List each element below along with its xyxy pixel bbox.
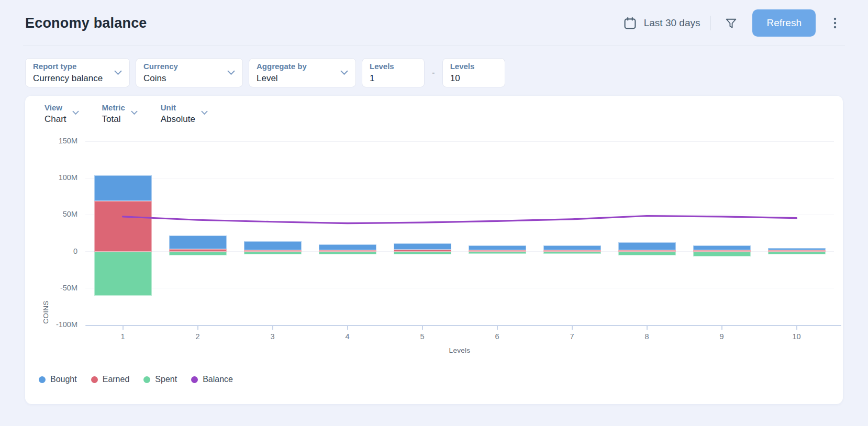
bar-segment-earned-level-2[interactable] bbox=[169, 249, 227, 251]
header-divider bbox=[710, 16, 711, 30]
bar-segment-earned-level-8[interactable] bbox=[618, 250, 676, 252]
legend-dot-spent bbox=[143, 376, 150, 383]
y-axis-tick-label: -100M bbox=[25, 320, 77, 329]
gridline bbox=[85, 288, 834, 288]
chart-legend: BoughtEarnedSpentBalance bbox=[39, 375, 233, 384]
more-menu-button[interactable] bbox=[826, 13, 844, 33]
x-axis-tick bbox=[497, 326, 498, 330]
bar-segment-bought-level-4[interactable] bbox=[319, 244, 376, 250]
levels-from-label: Levels bbox=[370, 62, 394, 72]
refresh-button[interactable]: Refresh bbox=[752, 9, 816, 37]
currency-label: Currency bbox=[143, 62, 178, 72]
bar-segment-bought-level-1[interactable] bbox=[94, 175, 152, 201]
x-axis-tick-label: 8 bbox=[631, 332, 663, 341]
page-title: Economy balance bbox=[25, 15, 147, 31]
bar-segment-earned-level-10[interactable] bbox=[768, 250, 826, 251]
bar-segment-earned-level-7[interactable] bbox=[543, 250, 601, 252]
y-axis-tick-label: 50M bbox=[25, 210, 77, 218]
bar-segment-spent-level-6[interactable] bbox=[469, 252, 526, 254]
bar-segment-spent-level-1[interactable] bbox=[94, 252, 152, 296]
levels-from-value: 1 bbox=[370, 73, 394, 84]
date-range-picker[interactable]: Last 30 days bbox=[623, 16, 700, 30]
bar-segment-spent-level-2[interactable] bbox=[169, 252, 227, 255]
bar-segment-bought-level-2[interactable] bbox=[169, 236, 227, 250]
x-axis-tick-label: 3 bbox=[257, 332, 288, 341]
legend-label: Bought bbox=[50, 375, 77, 384]
bar-segment-bought-level-9[interactable] bbox=[693, 245, 751, 250]
gridline bbox=[85, 141, 834, 142]
bar-segment-spent-level-10[interactable] bbox=[768, 252, 826, 254]
legend-dot-earned bbox=[91, 376, 98, 383]
legend-label: Earned bbox=[103, 375, 130, 384]
bar-segment-bought-level-6[interactable] bbox=[469, 245, 526, 250]
legend-item-earned[interactable]: Earned bbox=[91, 375, 130, 384]
legend-dot-bought bbox=[39, 376, 46, 383]
date-range-label: Last 30 days bbox=[644, 17, 700, 29]
x-axis-tick-label: 9 bbox=[706, 332, 738, 341]
page-header: Economy balance Last 30 days Refresh bbox=[0, 0, 868, 45]
levels-from-input[interactable]: Levels 1 bbox=[362, 58, 425, 87]
bar-segment-spent-level-5[interactable] bbox=[394, 252, 451, 254]
x-axis-tick-label: 5 bbox=[407, 332, 438, 341]
bar-segment-spent-level-4[interactable] bbox=[319, 252, 376, 254]
x-axis-tick bbox=[647, 326, 648, 330]
chevron-down-icon bbox=[227, 70, 235, 75]
currency-value: Coins bbox=[143, 73, 178, 84]
x-axis-tick bbox=[422, 326, 423, 330]
aggregate-by-label: Aggregate by bbox=[257, 62, 307, 72]
bar-segment-earned-level-6[interactable] bbox=[469, 250, 526, 252]
bar-segment-spent-level-9[interactable] bbox=[693, 252, 751, 256]
x-axis-tick-label: 7 bbox=[557, 332, 588, 341]
levels-to-input[interactable]: Levels 10 bbox=[442, 58, 505, 87]
legend-label: Balance bbox=[203, 375, 233, 384]
bar-segment-earned-level-5[interactable] bbox=[394, 250, 451, 252]
bar-segment-earned-level-3[interactable] bbox=[244, 250, 302, 252]
x-axis-tick bbox=[123, 326, 124, 330]
x-axis-tick bbox=[197, 326, 198, 330]
filter-bar: Report type Currency balance Currency Co… bbox=[0, 46, 868, 87]
bar-segment-bought-level-10[interactable] bbox=[768, 248, 826, 251]
bar-segment-earned-level-1[interactable] bbox=[94, 201, 152, 251]
x-axis-tick bbox=[796, 326, 797, 330]
chevron-down-icon bbox=[114, 70, 122, 75]
bar-segment-bought-level-8[interactable] bbox=[618, 242, 676, 250]
bar-segment-spent-level-8[interactable] bbox=[618, 252, 676, 255]
x-axis-tick bbox=[721, 326, 722, 330]
x-axis-tick-label: 4 bbox=[332, 332, 363, 341]
chevron-down-icon bbox=[340, 70, 348, 75]
x-axis-tick bbox=[272, 326, 273, 330]
legend-item-bought[interactable]: Bought bbox=[39, 375, 77, 384]
x-axis-line bbox=[85, 325, 841, 326]
balance-line bbox=[123, 216, 797, 223]
y-axis-tick-label: 150M bbox=[25, 137, 77, 145]
filter-button[interactable] bbox=[721, 14, 741, 33]
aggregate-by-select[interactable]: Aggregate by Level bbox=[249, 58, 356, 87]
bar-segment-earned-level-4[interactable] bbox=[319, 250, 376, 252]
x-axis-tick-label: 6 bbox=[482, 332, 513, 341]
x-axis-tick-label: 10 bbox=[781, 332, 813, 341]
bar-segment-spent-level-3[interactable] bbox=[244, 252, 302, 255]
legend-item-balance[interactable]: Balance bbox=[191, 375, 233, 384]
y-axis-tick-label: 0 bbox=[25, 247, 77, 255]
bar-segment-bought-level-7[interactable] bbox=[543, 245, 601, 250]
legend-item-spent[interactable]: Spent bbox=[143, 375, 177, 384]
x-axis-tick-label: 1 bbox=[107, 332, 139, 341]
y-axis-tick-label: 100M bbox=[25, 173, 77, 182]
chart-card: View Chart Metric Total Unit Absolute 15… bbox=[25, 96, 843, 404]
legend-label: Spent bbox=[155, 375, 177, 384]
legend-dot-balance bbox=[191, 376, 198, 383]
x-axis-tick-label: 2 bbox=[182, 332, 214, 341]
x-axis-name: Levels bbox=[439, 346, 481, 354]
bar-segment-bought-level-3[interactable] bbox=[244, 241, 302, 250]
levels-to-label: Levels bbox=[450, 62, 475, 72]
bar-segment-bought-level-5[interactable] bbox=[394, 243, 451, 250]
currency-select[interactable]: Currency Coins bbox=[136, 58, 243, 87]
report-type-label: Report type bbox=[33, 62, 103, 72]
report-type-value: Currency balance bbox=[33, 73, 103, 84]
report-type-select[interactable]: Report type Currency balance bbox=[25, 58, 130, 87]
y-axis-name: COINS bbox=[42, 294, 50, 331]
bar-segment-earned-level-9[interactable] bbox=[693, 250, 751, 252]
header-actions: Last 30 days Refresh bbox=[623, 9, 844, 37]
bar-segment-spent-level-7[interactable] bbox=[543, 252, 601, 254]
range-separator: - bbox=[432, 68, 435, 78]
